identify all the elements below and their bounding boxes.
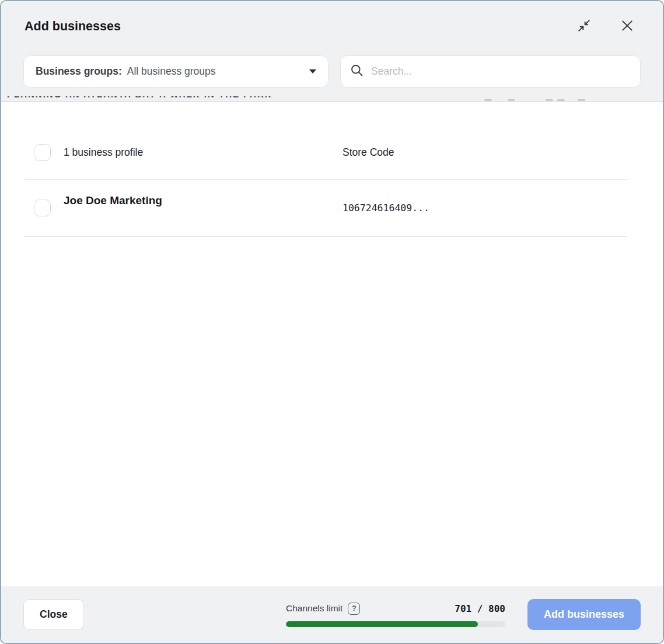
search-field[interactable] [340, 55, 641, 88]
chevron-down-icon [309, 69, 316, 74]
collapse-button[interactable] [576, 19, 592, 34]
store-code-column-label: Store Code [343, 146, 394, 158]
store-code-value: 106724616409... [343, 202, 429, 214]
channels-limit-block: Channels limit ? 701 / 800 [286, 603, 505, 627]
store-code-header-cell: Store Code [343, 146, 639, 159]
help-icon[interactable]: ? [348, 603, 360, 615]
select-all-checkbox[interactable] [34, 144, 51, 161]
close-button[interactable]: Close [23, 599, 84, 630]
business-groups-value: All business groups [127, 65, 216, 78]
business-cell: Joe Doe Marketing [25, 200, 343, 216]
channels-usage-count: 701 / 800 [455, 603, 505, 614]
add-businesses-button[interactable]: Add businesses [527, 599, 641, 630]
collapse-icon [578, 19, 590, 34]
filter-row: Business groups: All business groups [23, 55, 641, 88]
search-input[interactable] [371, 65, 631, 78]
title-icons [576, 19, 635, 34]
screen: Add businesses [0, 0, 664, 644]
table-header-row: 1 business profile Store Code [1, 102, 663, 179]
clipped-icon-sliver [508, 99, 515, 101]
table-row[interactable]: Joe Doe Marketing 106724616409... [1, 180, 663, 236]
select-all-cell: 1 business profile [25, 144, 343, 161]
business-groups-dropdown[interactable]: Business groups: All business groups [23, 55, 328, 88]
clipped-icon-sliver [557, 99, 565, 101]
selection-count-label: 1 business profile [64, 146, 143, 159]
channels-limit-row: Channels limit ? 701 / 800 [286, 603, 505, 615]
row-checkbox[interactable] [34, 200, 51, 216]
search-icon [350, 64, 371, 80]
close-icon [621, 19, 634, 34]
clipped-icon-sliver [484, 99, 492, 101]
store-code-cell: 106724616409... [343, 202, 639, 214]
clipped-scrolled-row: PLANNING AN ATLANTA BAY A WALK IN THE PA… [7, 96, 662, 101]
modal-title: Add businesses [25, 19, 121, 34]
channels-progress-track [286, 621, 505, 627]
add-businesses-modal: Add businesses [0, 0, 664, 644]
close-modal-button[interactable] [620, 19, 635, 34]
clipped-icon-sliver [546, 99, 553, 101]
channels-progress-fill [286, 621, 478, 627]
business-list: 1 business profile Store Code Joe Doe Ma… [1, 102, 663, 586]
modal-footer: Close Channels limit ? 701 / 800 Add bus… [1, 586, 663, 643]
modal-header: Add businesses [1, 1, 663, 102]
clipped-icon-sliver [578, 99, 585, 101]
row-divider [25, 236, 627, 237]
business-name: Joe Doe Marketing [64, 194, 162, 207]
title-row: Add businesses [1, 1, 663, 34]
business-groups-label: Business groups: [36, 65, 122, 78]
channels-limit-label: Channels limit [286, 603, 343, 614]
